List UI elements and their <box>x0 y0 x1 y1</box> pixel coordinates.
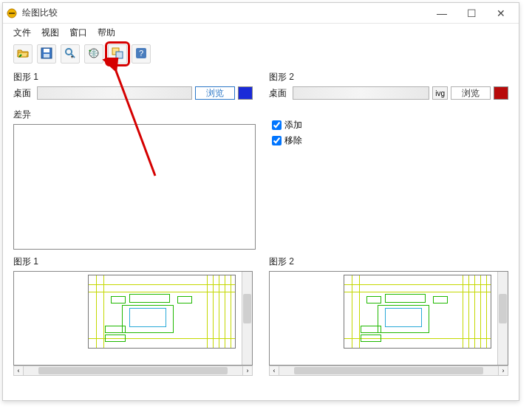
shape2-label: 图形 2 <box>269 71 508 83</box>
shape1-browse-button[interactable]: 浏览 <box>195 86 235 100</box>
cad-drawing-2 <box>344 275 491 349</box>
svg-rect-3 <box>44 49 50 52</box>
diff-left-column: 差异 <box>13 106 256 250</box>
shape2-path-label: 桌面 <box>269 87 290 100</box>
shape1-path-label: 桌面 <box>13 87 34 100</box>
help-button[interactable]: ? <box>132 44 151 64</box>
svg-text:▾: ▾ <box>71 55 73 59</box>
preview2-vscroll[interactable] <box>497 272 508 365</box>
menu-view[interactable]: 视图 <box>41 27 59 39</box>
save-button[interactable] <box>37 44 56 64</box>
shape2-section: 图形 2 桌面 ivg 浏览 <box>269 68 508 100</box>
preview1-vscroll[interactable] <box>242 272 252 365</box>
window-minimize-button[interactable]: — <box>427 4 457 23</box>
shape1-color-swatch[interactable] <box>238 86 253 100</box>
diff-label: 差异 <box>13 109 256 121</box>
preview1-hscroll-left-button[interactable]: ‹ <box>13 366 24 376</box>
preview1-section: 图形 1 <box>13 253 253 376</box>
preview1-viewport[interactable] <box>14 272 242 365</box>
preview2-viewport[interactable] <box>270 272 497 365</box>
shape1-path-input[interactable] <box>37 86 192 100</box>
svg-rect-1 <box>9 13 15 14</box>
toolbar: ▾ ? <box>3 41 519 68</box>
svg-rect-4 <box>44 54 50 58</box>
svg-text:?: ? <box>139 49 143 58</box>
diff-box <box>13 124 256 250</box>
preview2-hscroll-right-button[interactable]: › <box>498 366 508 376</box>
menubar: 文件 视图 窗口 帮助 <box>3 24 519 41</box>
remove-checkbox[interactable] <box>272 136 282 145</box>
zoom-button[interactable]: ▾ <box>61 44 80 64</box>
window-close-button[interactable]: ✕ <box>486 4 516 23</box>
preview1-frame <box>13 271 253 366</box>
shape1-section: 图形 1 桌面 浏览 <box>13 68 253 100</box>
shape2-path-input[interactable] <box>293 86 429 100</box>
preview2-hscroll-left-button[interactable]: ‹ <box>269 366 279 376</box>
preview2-hscroll[interactable]: ‹ › <box>269 366 508 376</box>
menu-window[interactable]: 窗口 <box>69 27 87 39</box>
remove-checkbox-row[interactable]: 移除 <box>272 134 302 147</box>
menu-file[interactable]: 文件 <box>13 27 31 39</box>
refresh-button[interactable] <box>84 44 103 64</box>
preview1-hscroll-track[interactable] <box>24 366 242 376</box>
help-icon: ? <box>134 47 148 62</box>
preview1-hscroll[interactable]: ‹ › <box>13 366 253 376</box>
preview2-frame <box>269 271 508 366</box>
shape2-browse-button[interactable]: 浏览 <box>451 86 491 100</box>
shape2-ext-tag: ivg <box>432 86 448 100</box>
compare-drawings-button[interactable] <box>108 44 127 64</box>
menu-help[interactable]: 帮助 <box>98 27 115 39</box>
content-area: 图形 1 桌面 浏览 图形 2 桌面 ivg 浏览 <box>3 68 519 400</box>
folder-open-icon <box>16 47 30 62</box>
shape1-label: 图形 1 <box>13 71 253 83</box>
open-button[interactable] <box>13 44 33 64</box>
add-checkbox-label: 添加 <box>284 119 302 131</box>
diff-options-column: 添加 移除 <box>272 106 302 250</box>
window-title: 绘图比较 <box>22 7 427 19</box>
preview1-label: 图形 1 <box>13 255 253 268</box>
add-checkbox-row[interactable]: 添加 <box>272 119 302 131</box>
magnifier-icon: ▾ <box>64 47 77 62</box>
svg-point-5 <box>66 49 72 55</box>
titlebar: 绘图比较 — ☐ ✕ <box>3 3 519 24</box>
svg-rect-10 <box>116 52 123 58</box>
app-icon <box>6 7 18 19</box>
preview2-hscroll-track[interactable] <box>279 366 498 376</box>
save-icon <box>40 47 53 62</box>
refresh-globe-icon <box>87 47 100 62</box>
add-checkbox[interactable] <box>272 120 282 130</box>
preview1-hscroll-right-button[interactable]: › <box>242 366 253 376</box>
remove-checkbox-label: 移除 <box>284 134 302 147</box>
app-window: 绘图比较 — ☐ ✕ 文件 视图 窗口 帮助 ▾ <box>2 2 519 401</box>
cad-drawing-1 <box>88 275 236 349</box>
window-maximize-button[interactable]: ☐ <box>457 4 486 23</box>
preview2-label: 图形 2 <box>269 255 508 268</box>
shape2-color-swatch[interactable] <box>494 86 508 100</box>
compare-icon <box>111 47 124 62</box>
preview2-section: 图形 2 <box>269 253 508 376</box>
